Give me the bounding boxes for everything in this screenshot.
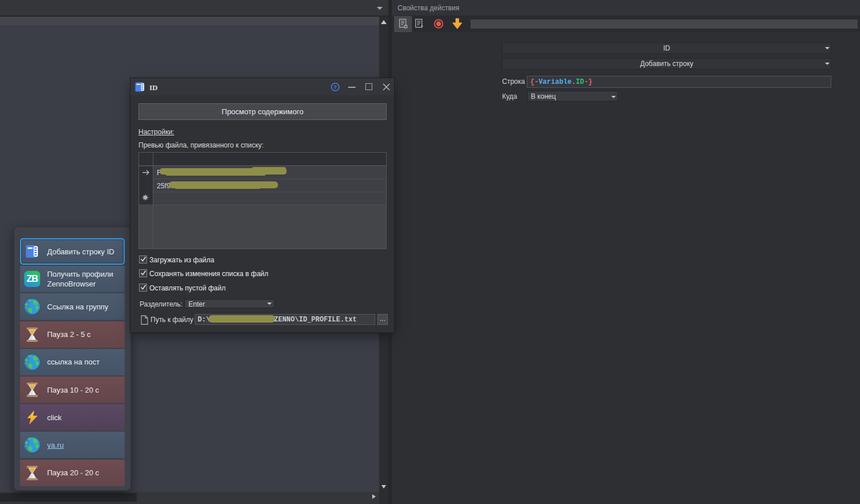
- svg-text:?: ?: [334, 84, 337, 90]
